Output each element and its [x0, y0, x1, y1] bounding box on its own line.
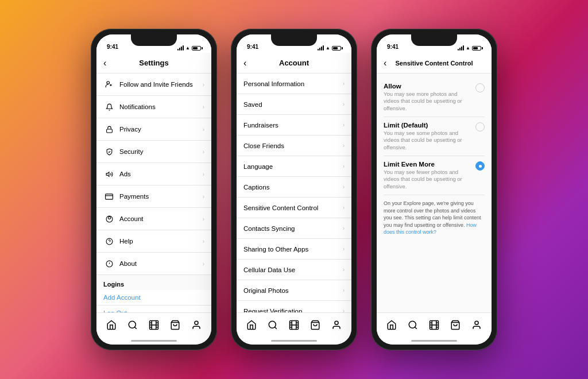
status-time: 9:41: [247, 44, 258, 51]
profile-tab-icon[interactable]: [470, 319, 483, 331]
back-button[interactable]: ‹: [243, 58, 255, 68]
chevron-icon: ›: [343, 101, 345, 107]
home-indicator: [377, 337, 492, 345]
settings-item-account[interactable]: Account ›: [96, 208, 211, 230]
account-scroll[interactable]: Personal Information › Saved › Fundraise…: [237, 74, 351, 312]
profile-tab-icon[interactable]: [330, 319, 343, 331]
log-out-link[interactable]: Log Out: [96, 305, 211, 312]
option-limit-more[interactable]: Limit Even More You may see fewer photos…: [384, 156, 485, 195]
nav-bar: ‹ Account: [237, 53, 351, 74]
svg-marker-4: [106, 172, 109, 176]
settings-item-about[interactable]: About ›: [96, 253, 211, 275]
account-item-personal[interactable]: Personal Information ›: [237, 74, 351, 94]
chevron-icon: ›: [343, 266, 345, 273]
account-list: Personal Information › Saved › Fundraise…: [237, 74, 351, 312]
lock-icon: [103, 123, 115, 135]
sensitive-label: Sensitive Content Control: [243, 204, 343, 211]
account-item-contacts[interactable]: Contacts Syncing ›: [237, 218, 351, 239]
bottom-bar: [96, 312, 211, 337]
sensitive-info: On your Explore page, we're giving you m…: [384, 195, 485, 241]
chevron-icon: ›: [343, 287, 345, 293]
settings-item-payments[interactable]: Payments ›: [96, 185, 211, 208]
sensitive-options: Allow You may see more photos and videos…: [377, 74, 492, 245]
sharing-label: Sharing to Other Apps: [243, 246, 343, 253]
privacy-label: Privacy: [119, 126, 203, 133]
phone-sensitive: 9:41 ▲ ‹ Sensitive Content Control Allow…: [371, 29, 497, 350]
account-item-cellular[interactable]: Cellular Data Use ›: [237, 260, 351, 280]
account-item-saved[interactable]: Saved ›: [237, 94, 351, 115]
svg-point-0: [107, 82, 110, 84]
settings-item-notifications[interactable]: Notifications ›: [96, 96, 211, 118]
option-limit-default[interactable]: Limit (Default) You may see some photos …: [384, 117, 485, 156]
shop-tab-icon[interactable]: [449, 319, 462, 331]
profile-tab-icon[interactable]: [190, 319, 203, 331]
home-bar: [131, 340, 177, 342]
settings-item-ads[interactable]: Ads ›: [96, 163, 211, 185]
option-allow[interactable]: Allow You may see more photos and videos…: [384, 78, 485, 117]
reels-tab-icon[interactable]: [148, 319, 160, 331]
nav-bar: ‹ Sensitive Content Control: [377, 53, 492, 74]
account-item-sensitive[interactable]: Sensitive Content Control ›: [237, 198, 351, 218]
status-icons: ▲: [458, 45, 481, 51]
account-item-close-friends[interactable]: Close Friends ›: [237, 136, 351, 156]
shield-icon: [103, 146, 115, 157]
request-verification-label: Request Verification: [243, 308, 343, 313]
home-tab-icon[interactable]: [105, 319, 118, 331]
account-item-captions[interactable]: Captions ›: [237, 177, 351, 198]
chevron-icon: ›: [343, 308, 345, 312]
account-item-language[interactable]: Language ›: [237, 156, 351, 177]
account-item-request-verification[interactable]: Request Verification ›: [237, 301, 351, 312]
search-tab-icon[interactable]: [126, 319, 139, 331]
home-tab-icon[interactable]: [385, 319, 398, 331]
reels-tab-icon[interactable]: [288, 319, 300, 331]
battery-icon: [332, 46, 341, 51]
account-icon: [103, 213, 115, 225]
status-time: 9:41: [107, 44, 118, 51]
phone-account: 9:41 ▲ ‹ Account Personal Information ›: [231, 29, 357, 350]
security-label: Security: [119, 148, 203, 155]
search-tab-icon[interactable]: [407, 319, 419, 331]
notifications-label: Notifications: [119, 103, 203, 110]
bottom-bar: [377, 312, 492, 337]
svg-point-49: [475, 321, 478, 324]
shop-tab-icon[interactable]: [309, 319, 322, 331]
settings-item-privacy[interactable]: Privacy ›: [96, 118, 211, 141]
account-item-fundraisers[interactable]: Fundraisers ›: [237, 115, 351, 136]
fundraisers-label: Fundraisers: [243, 122, 343, 129]
home-bar: [271, 340, 317, 342]
nav-title: Settings: [115, 59, 193, 67]
chevron-icon: ›: [343, 225, 345, 231]
settings-item-security[interactable]: Security ›: [96, 141, 211, 163]
account-item-sharing[interactable]: Sharing to Other Apps ›: [237, 239, 351, 260]
back-button[interactable]: ‹: [384, 58, 395, 68]
account-item-original-photos[interactable]: Original Photos ›: [237, 280, 351, 301]
svg-point-25: [195, 321, 198, 324]
shop-tab-icon[interactable]: [169, 319, 181, 331]
search-tab-icon[interactable]: [266, 319, 279, 331]
cellular-label: Cellular Data Use: [243, 266, 343, 273]
svg-point-37: [335, 321, 338, 324]
limit-default-desc: You may see some photos and videos that …: [384, 130, 471, 151]
sensitive-scroll[interactable]: Allow You may see more photos and videos…: [377, 74, 492, 312]
svg-rect-5: [106, 194, 113, 199]
captions-label: Captions: [243, 184, 343, 191]
reels-tab-icon[interactable]: [428, 319, 440, 331]
logins-section-header: Logins: [96, 275, 211, 290]
limit-more-radio[interactable]: [475, 161, 485, 171]
add-account-link[interactable]: Add Account: [96, 290, 211, 305]
battery-icon: [472, 46, 481, 51]
battery-icon: [192, 46, 201, 51]
settings-scroll[interactable]: Follow and Invite Friends › Notification…: [96, 74, 211, 312]
settings-item-follow[interactable]: Follow and Invite Friends ›: [96, 74, 211, 96]
chevron-icon: ›: [203, 126, 204, 133]
back-button[interactable]: ‹: [103, 58, 115, 68]
settings-item-help[interactable]: Help ›: [96, 230, 211, 253]
wifi-icon: ▲: [326, 45, 330, 51]
limit-default-radio[interactable]: [475, 122, 485, 132]
wifi-icon: ▲: [466, 45, 470, 51]
home-tab-icon[interactable]: [245, 319, 258, 331]
signal-icon: [177, 46, 184, 51]
ads-icon: [103, 168, 115, 180]
wifi-icon: ▲: [185, 45, 190, 51]
allow-radio[interactable]: [475, 83, 485, 92]
